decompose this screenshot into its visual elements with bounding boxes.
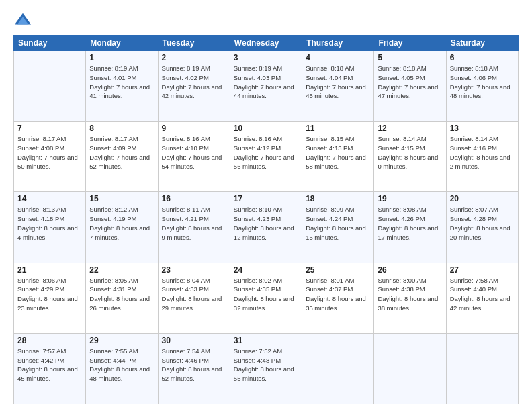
day-info: Sunrise: 8:04 AMSunset: 4:33 PMDaylight:… [162, 276, 226, 313]
day-info: Sunrise: 7:52 AMSunset: 4:48 PMDaylight:… [234, 347, 298, 383]
weekday-header-row: SundayMondayTuesdayWednesdayThursdayFrid… [14, 36, 519, 51]
day-info: Sunrise: 8:16 AMSunset: 4:10 PMDaylight:… [162, 134, 226, 171]
day-number: 21 [17, 265, 82, 275]
day-number: 29 [89, 336, 154, 345]
calendar-cell: 10Sunrise: 8:16 AMSunset: 4:12 PMDayligh… [230, 122, 302, 192]
day-info: Sunrise: 8:19 AMSunset: 4:01 PMDaylight:… [89, 64, 154, 101]
week-row-4: 21Sunrise: 8:06 AMSunset: 4:29 PMDayligh… [14, 263, 519, 333]
day-info: Sunrise: 8:02 AMSunset: 4:35 PMDaylight:… [234, 276, 298, 313]
week-row-5: 28Sunrise: 7:57 AMSunset: 4:42 PMDayligh… [14, 333, 519, 404]
weekday-header-wednesday: Wednesday [230, 36, 302, 51]
calendar-cell: 26Sunrise: 8:00 AMSunset: 4:38 PMDayligh… [374, 263, 446, 333]
calendar-cell [446, 333, 518, 404]
day-number: 17 [234, 194, 298, 203]
day-number: 19 [378, 194, 442, 203]
calendar-cell: 11Sunrise: 8:15 AMSunset: 4:13 PMDayligh… [302, 122, 374, 192]
day-number: 10 [234, 124, 298, 133]
weekday-header-friday: Friday [374, 36, 446, 51]
day-info: Sunrise: 8:13 AMSunset: 4:18 PMDaylight:… [17, 205, 82, 242]
calendar-cell: 20Sunrise: 8:07 AMSunset: 4:28 PMDayligh… [446, 192, 518, 263]
calendar-cell: 4Sunrise: 8:18 AMSunset: 4:04 PMDaylight… [302, 51, 374, 122]
weekday-header-thursday: Thursday [302, 36, 374, 51]
day-info: Sunrise: 8:18 AMSunset: 4:05 PMDaylight:… [378, 64, 442, 101]
day-info: Sunrise: 7:57 AMSunset: 4:42 PMDaylight:… [17, 347, 82, 383]
logo [13, 11, 35, 30]
day-info: Sunrise: 8:08 AMSunset: 4:26 PMDaylight:… [378, 205, 442, 242]
day-number: 26 [378, 265, 442, 275]
day-number: 7 [17, 124, 82, 133]
calendar-cell: 17Sunrise: 8:10 AMSunset: 4:23 PMDayligh… [230, 192, 302, 263]
day-info: Sunrise: 8:18 AMSunset: 4:06 PMDaylight:… [450, 64, 515, 101]
calendar-cell: 2Sunrise: 8:19 AMSunset: 4:02 PMDaylight… [158, 51, 230, 122]
day-number: 22 [89, 265, 154, 275]
calendar-cell: 6Sunrise: 8:18 AMSunset: 4:06 PMDaylight… [446, 51, 518, 122]
day-info: Sunrise: 8:15 AMSunset: 4:13 PMDaylight:… [306, 134, 370, 171]
calendar-cell: 23Sunrise: 8:04 AMSunset: 4:33 PMDayligh… [158, 263, 230, 333]
day-number: 11 [306, 124, 370, 133]
day-number: 2 [162, 53, 226, 62]
calendar-cell: 19Sunrise: 8:08 AMSunset: 4:26 PMDayligh… [374, 192, 446, 263]
calendar-cell: 25Sunrise: 8:01 AMSunset: 4:37 PMDayligh… [302, 263, 374, 333]
day-info: Sunrise: 8:19 AMSunset: 4:03 PMDaylight:… [234, 64, 298, 101]
day-number: 31 [234, 336, 298, 345]
calendar-cell: 14Sunrise: 8:13 AMSunset: 4:18 PMDayligh… [14, 192, 86, 263]
calendar-cell [374, 333, 446, 404]
calendar-cell [302, 333, 374, 404]
day-number: 14 [17, 194, 82, 203]
calendar-cell: 28Sunrise: 7:57 AMSunset: 4:42 PMDayligh… [14, 333, 86, 404]
calendar-cell: 18Sunrise: 8:09 AMSunset: 4:24 PMDayligh… [302, 192, 374, 263]
weekday-header-monday: Monday [86, 36, 158, 51]
calendar-cell: 12Sunrise: 8:14 AMSunset: 4:15 PMDayligh… [374, 122, 446, 192]
day-number: 27 [450, 265, 515, 275]
calendar-cell: 24Sunrise: 8:02 AMSunset: 4:35 PMDayligh… [230, 263, 302, 333]
day-number: 25 [306, 265, 370, 275]
day-number: 15 [89, 194, 154, 203]
calendar-cell: 16Sunrise: 8:11 AMSunset: 4:21 PMDayligh… [158, 192, 230, 263]
day-info: Sunrise: 8:10 AMSunset: 4:23 PMDaylight:… [234, 205, 298, 242]
day-info: Sunrise: 8:19 AMSunset: 4:02 PMDaylight:… [162, 64, 226, 101]
day-info: Sunrise: 8:18 AMSunset: 4:04 PMDaylight:… [306, 64, 370, 101]
day-number: 20 [450, 194, 515, 203]
day-info: Sunrise: 8:12 AMSunset: 4:19 PMDaylight:… [89, 205, 154, 242]
calendar-cell: 15Sunrise: 8:12 AMSunset: 4:19 PMDayligh… [86, 192, 158, 263]
week-row-1: 1Sunrise: 8:19 AMSunset: 4:01 PMDaylight… [14, 51, 519, 122]
weekday-header-sunday: Sunday [14, 36, 86, 51]
day-number: 13 [450, 124, 515, 133]
day-number: 23 [162, 265, 226, 275]
logo-icon [13, 11, 32, 30]
day-number: 9 [162, 124, 226, 133]
day-number: 6 [450, 53, 515, 62]
calendar-cell: 9Sunrise: 8:16 AMSunset: 4:10 PMDaylight… [158, 122, 230, 192]
calendar-cell: 27Sunrise: 7:58 AMSunset: 4:40 PMDayligh… [446, 263, 518, 333]
day-number: 1 [89, 53, 154, 62]
day-number: 3 [234, 53, 298, 62]
day-info: Sunrise: 8:07 AMSunset: 4:28 PMDaylight:… [450, 205, 515, 242]
calendar-cell: 29Sunrise: 7:55 AMSunset: 4:44 PMDayligh… [86, 333, 158, 404]
calendar-cell: 30Sunrise: 7:54 AMSunset: 4:46 PMDayligh… [158, 333, 230, 404]
day-info: Sunrise: 8:14 AMSunset: 4:16 PMDaylight:… [450, 134, 515, 171]
day-number: 12 [378, 124, 442, 133]
day-number: 5 [378, 53, 442, 62]
day-info: Sunrise: 8:17 AMSunset: 4:08 PMDaylight:… [17, 134, 82, 171]
calendar-cell: 22Sunrise: 8:05 AMSunset: 4:31 PMDayligh… [86, 263, 158, 333]
weekday-header-tuesday: Tuesday [158, 36, 230, 51]
calendar-table: SundayMondayTuesdayWednesdayThursdayFrid… [13, 35, 519, 404]
day-info: Sunrise: 7:55 AMSunset: 4:44 PMDaylight:… [89, 347, 154, 383]
day-number: 16 [162, 194, 226, 203]
day-info: Sunrise: 8:00 AMSunset: 4:38 PMDaylight:… [378, 276, 442, 313]
day-info: Sunrise: 8:01 AMSunset: 4:37 PMDaylight:… [306, 276, 370, 313]
calendar-cell: 5Sunrise: 8:18 AMSunset: 4:05 PMDaylight… [374, 51, 446, 122]
page: SundayMondayTuesdayWednesdayThursdayFrid… [0, 0, 532, 411]
weekday-header-saturday: Saturday [446, 36, 518, 51]
day-number: 8 [89, 124, 154, 133]
calendar-cell: 7Sunrise: 8:17 AMSunset: 4:08 PMDaylight… [14, 122, 86, 192]
week-row-2: 7Sunrise: 8:17 AMSunset: 4:08 PMDaylight… [14, 122, 519, 192]
calendar-cell: 13Sunrise: 8:14 AMSunset: 4:16 PMDayligh… [446, 122, 518, 192]
header [13, 11, 519, 30]
day-number: 24 [234, 265, 298, 275]
day-info: Sunrise: 8:16 AMSunset: 4:12 PMDaylight:… [234, 134, 298, 171]
calendar-cell: 1Sunrise: 8:19 AMSunset: 4:01 PMDaylight… [86, 51, 158, 122]
day-info: Sunrise: 7:54 AMSunset: 4:46 PMDaylight:… [162, 347, 226, 383]
day-info: Sunrise: 7:58 AMSunset: 4:40 PMDaylight:… [450, 276, 515, 313]
day-number: 30 [162, 336, 226, 345]
